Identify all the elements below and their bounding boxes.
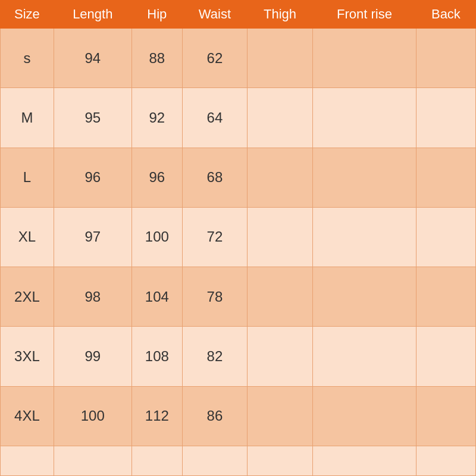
cell-size: 3XL: [1, 327, 54, 386]
cell-front_rise: [313, 29, 416, 88]
cell-front_rise: [313, 207, 416, 267]
cell-thigh: [247, 207, 312, 267]
cell-front_rise: [313, 267, 416, 327]
cell-hip: 112: [131, 386, 182, 446]
cell-waist: 64: [182, 88, 247, 148]
cell-waist: 82: [182, 327, 247, 386]
cell-back: [416, 29, 475, 88]
cell-back: [416, 267, 475, 327]
table-row: 4XL10011286: [1, 386, 476, 446]
cell-hip: 108: [131, 327, 182, 386]
cell-thigh: [247, 386, 312, 446]
cell-size: 4XL: [1, 386, 54, 446]
cell-thigh: [247, 267, 312, 327]
table-row: XL9710072: [1, 207, 476, 267]
cell-front_rise: [313, 386, 416, 446]
table-row: L969668: [1, 148, 476, 207]
cell-size: 2XL: [1, 267, 54, 327]
column-header-back: Back: [416, 1, 475, 29]
cell-waist: 72: [182, 207, 247, 267]
column-header-thigh: Thigh: [247, 1, 312, 29]
cell-back: [416, 446, 475, 476]
cell-thigh: [247, 327, 312, 386]
cell-waist: 68: [182, 148, 247, 207]
cell-back: [416, 327, 475, 386]
cell-hip: [131, 446, 182, 476]
cell-length: 94: [54, 29, 131, 88]
cell-front_rise: [313, 88, 416, 148]
column-header-hip: Hip: [131, 1, 182, 29]
cell-hip: 88: [131, 29, 182, 88]
table-row: M959264: [1, 88, 476, 148]
cell-thigh: [247, 446, 312, 476]
cell-front_rise: [313, 148, 416, 207]
cell-hip: 92: [131, 88, 182, 148]
table-row: s948862: [1, 29, 476, 88]
cell-length: 98: [54, 267, 131, 327]
cell-size: M: [1, 88, 54, 148]
cell-thigh: [247, 148, 312, 207]
cell-length: 96: [54, 148, 131, 207]
column-header-front-rise: Front rise: [313, 1, 416, 29]
cell-length: [54, 446, 131, 476]
size-chart-table: SizeLengthHipWaistThighFront riseBack s9…: [0, 0, 476, 476]
cell-back: [416, 148, 475, 207]
table-row: 2XL9810478: [1, 267, 476, 327]
table-row: 3XL9910882: [1, 327, 476, 386]
cell-thigh: [247, 88, 312, 148]
cell-waist: 78: [182, 267, 247, 327]
cell-size: s: [1, 29, 54, 88]
cell-hip: 104: [131, 267, 182, 327]
cell-front_rise: [313, 446, 416, 476]
cell-back: [416, 207, 475, 267]
column-header-length: Length: [54, 1, 131, 29]
cell-length: 99: [54, 327, 131, 386]
cell-length: 95: [54, 88, 131, 148]
cell-length: 97: [54, 207, 131, 267]
table-row: [1, 446, 476, 476]
size-chart-container: SizeLengthHipWaistThighFront riseBack s9…: [0, 0, 476, 476]
cell-size: [1, 446, 54, 476]
cell-size: L: [1, 148, 54, 207]
cell-size: XL: [1, 207, 54, 267]
column-header-waist: Waist: [182, 1, 247, 29]
cell-thigh: [247, 29, 312, 88]
cell-waist: [182, 446, 247, 476]
cell-back: [416, 386, 475, 446]
cell-waist: 62: [182, 29, 247, 88]
cell-hip: 96: [131, 148, 182, 207]
cell-back: [416, 88, 475, 148]
cell-length: 100: [54, 386, 131, 446]
column-header-size: Size: [1, 1, 54, 29]
cell-waist: 86: [182, 386, 247, 446]
table-header-row: SizeLengthHipWaistThighFront riseBack: [1, 1, 476, 29]
cell-hip: 100: [131, 207, 182, 267]
cell-front_rise: [313, 327, 416, 386]
